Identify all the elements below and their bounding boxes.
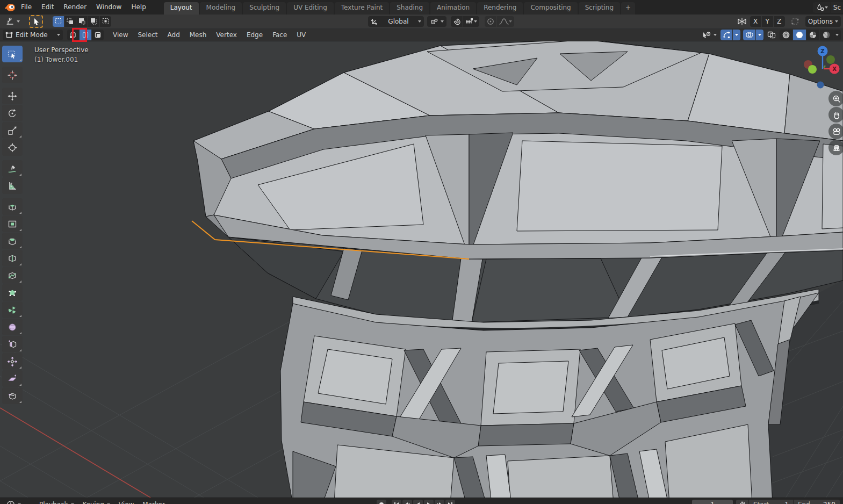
proportional-editing-toggle[interactable] <box>485 16 496 27</box>
play-reverse-button[interactable] <box>413 500 423 504</box>
tab-texture-paint[interactable]: Texture Paint <box>335 2 389 15</box>
select-set-button[interactable] <box>53 16 64 27</box>
options-dropdown[interactable]: Options <box>805 16 841 27</box>
mirror-butterfly-icon[interactable] <box>737 17 748 26</box>
use-preview-range-button[interactable] <box>736 500 748 504</box>
tool-select-box[interactable] <box>2 46 23 62</box>
select-intersect-button[interactable] <box>100 16 111 27</box>
show-overlays-dropdown[interactable] <box>756 30 763 40</box>
tab-shading[interactable]: Shading <box>390 2 429 15</box>
face-select-mode-button[interactable] <box>92 30 104 40</box>
shading-material-button[interactable] <box>806 30 819 40</box>
toggle-ortho-button[interactable] <box>828 140 843 155</box>
tool-rotate[interactable] <box>2 105 23 121</box>
tool-knife[interactable] <box>2 267 23 284</box>
proportional-falloff-dropdown[interactable] <box>497 16 514 27</box>
pan-button[interactable] <box>828 107 843 123</box>
shading-dropdown[interactable] <box>833 30 841 40</box>
timeline-menu-marker[interactable]: Marker <box>138 501 169 504</box>
menu-add[interactable]: Add <box>163 29 185 41</box>
camera-view-button[interactable] <box>828 124 843 139</box>
menu-edit[interactable]: Edit <box>37 0 59 15</box>
tool-scale[interactable] <box>2 122 23 139</box>
object-visibility-dropdown[interactable] <box>701 30 718 40</box>
select-subtract-button[interactable] <box>76 16 88 27</box>
editor-type-dropdown[interactable] <box>3 16 23 27</box>
active-tool-indicator[interactable] <box>29 15 43 28</box>
menu-mesh[interactable]: Mesh <box>185 29 212 41</box>
jump-to-start-button[interactable] <box>392 500 401 504</box>
tab-modeling[interactable]: Modeling <box>200 2 242 15</box>
tool-shrink-fatten[interactable] <box>2 353 23 370</box>
symmetry-options-icon[interactable] <box>790 17 800 26</box>
tool-move[interactable] <box>2 88 23 104</box>
menu-file[interactable]: File <box>16 0 37 15</box>
add-workspace-button[interactable]: + <box>621 2 635 15</box>
auto-key-record-button[interactable] <box>377 500 386 504</box>
transform-orientation-dropdown[interactable]: Global <box>368 16 424 27</box>
tool-rip-region[interactable] <box>2 387 23 404</box>
viewport-3d[interactable] <box>0 41 843 498</box>
toggle-xray-button[interactable] <box>766 30 777 40</box>
tool-edge-slide[interactable] <box>2 336 23 352</box>
timeline-menu-keying[interactable]: Keying <box>78 501 114 504</box>
menu-edge[interactable]: Edge <box>242 29 268 41</box>
menu-window[interactable]: Window <box>91 0 126 15</box>
play-button[interactable] <box>424 500 434 504</box>
gizmo-axis-neg-z[interactable] <box>817 82 824 89</box>
timeline-editor-dropdown[interactable] <box>2 500 25 504</box>
jump-to-end-button[interactable] <box>445 500 455 504</box>
gizmo-axis-y[interactable] <box>826 55 835 64</box>
pivot-point-dropdown[interactable] <box>427 16 446 27</box>
snap-toggle-button[interactable] <box>451 16 463 27</box>
zoom-button[interactable] <box>828 91 843 106</box>
select-invert-button[interactable] <box>88 16 99 27</box>
timeline-menu-playback[interactable]: Playback <box>35 501 78 504</box>
menu-uv[interactable]: UV <box>292 29 311 41</box>
blender-logo-icon[interactable] <box>4 3 16 12</box>
mirror-z-button[interactable]: Z <box>774 16 785 27</box>
tool-annotate[interactable] <box>2 160 23 177</box>
snap-target-dropdown[interactable] <box>463 16 479 27</box>
current-frame-field[interactable]: 1 <box>692 500 733 504</box>
tab-uv-editing[interactable]: UV Editing <box>287 2 334 15</box>
shading-solid-button[interactable] <box>793 30 806 40</box>
frame-end-field[interactable]: End250 <box>794 500 840 504</box>
next-keyframe-button[interactable] <box>435 500 444 504</box>
frame-start-field[interactable]: Start1 <box>749 500 793 504</box>
menu-face[interactable]: Face <box>268 29 292 41</box>
tool-measure[interactable] <box>2 177 23 194</box>
menu-vertex[interactable]: Vertex <box>211 29 242 41</box>
tool-spin[interactable] <box>2 301 23 318</box>
tool-cursor[interactable] <box>2 67 23 83</box>
select-extend-button[interactable] <box>64 16 76 27</box>
tool-transform[interactable] <box>2 139 23 156</box>
tool-shear[interactable] <box>2 370 23 387</box>
show-gizmo-toggle[interactable] <box>720 30 732 40</box>
menu-view[interactable]: View <box>108 29 133 41</box>
tab-compositing[interactable]: Compositing <box>524 2 577 15</box>
show-gizmo-dropdown[interactable] <box>733 30 740 40</box>
scene-selector[interactable]: Sc <box>813 2 843 13</box>
mode-dropdown[interactable]: Edit Mode <box>3 30 63 40</box>
shading-wireframe-button[interactable] <box>780 30 792 40</box>
tool-extrude-region[interactable] <box>2 198 23 215</box>
navigation-gizmo[interactable]: Z X <box>802 45 843 91</box>
menu-select[interactable]: Select <box>133 29 162 41</box>
tool-inset-faces[interactable] <box>2 215 23 232</box>
mirror-x-button[interactable]: X <box>750 16 761 27</box>
tab-layout[interactable]: Layout <box>164 2 199 15</box>
prev-keyframe-button[interactable] <box>402 500 412 504</box>
tab-animation[interactable]: Animation <box>430 2 476 15</box>
shading-rendered-button[interactable] <box>820 30 833 40</box>
timeline-menu-view[interactable]: View <box>114 501 138 504</box>
gizmo-axis-neg-y[interactable] <box>808 65 817 74</box>
tab-scripting[interactable]: Scripting <box>579 2 620 15</box>
tool-smooth[interactable] <box>2 319 23 335</box>
mirror-y-button[interactable]: Y <box>762 16 773 27</box>
menu-help[interactable]: Help <box>126 0 150 15</box>
tool-poly-build[interactable] <box>2 284 23 301</box>
tab-rendering[interactable]: Rendering <box>477 2 523 15</box>
show-overlays-toggle[interactable] <box>743 30 755 40</box>
tool-loop-cut[interactable] <box>2 250 23 267</box>
